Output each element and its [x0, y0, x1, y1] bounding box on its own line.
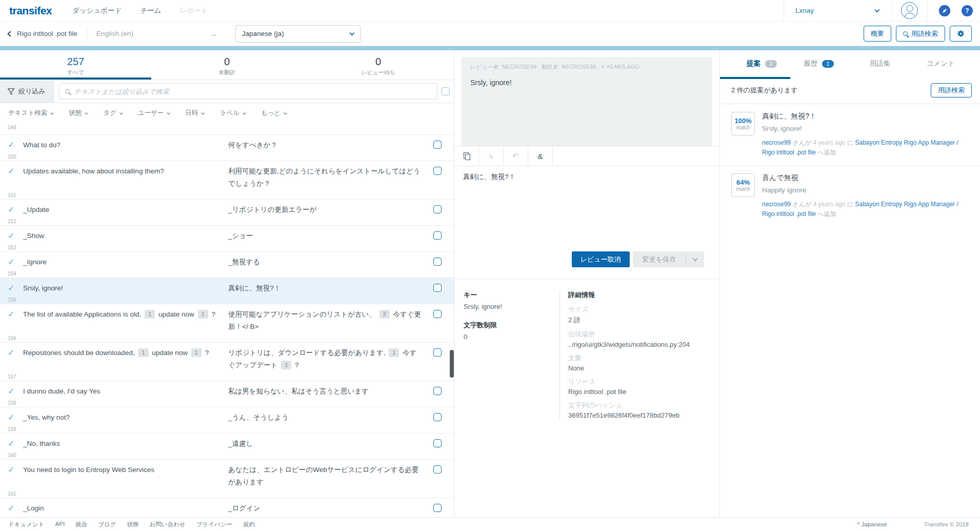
translation-progress-bar: [0, 46, 980, 50]
panel-tab[interactable]: コメント: [913, 50, 968, 79]
row-checkbox[interactable]: [433, 504, 442, 512]
reviewed-check-icon: ✓: [8, 347, 23, 371]
filter-dropdown[interactable]: テキスト検索: [8, 109, 53, 117]
glossary-search-button[interactable]: 用語検索: [896, 26, 945, 42]
panel-tab[interactable]: 履歴1: [790, 50, 847, 79]
suggestion-item[interactable]: 64% match 喜んで無視 Happily ignore necrose99…: [720, 165, 980, 227]
suggestion-body: 喜んで無視 Happily ignore necrose99 さんが 4 yea…: [762, 173, 972, 219]
footer-language-select[interactable]: ^ Japanese: [857, 521, 887, 527]
footer-link[interactable]: プライバシー: [196, 521, 232, 528]
select-all-checkbox[interactable]: [442, 87, 450, 95]
string-row[interactable]: ✓Srsly, ignore!真剣に、無視?！155: [0, 278, 454, 304]
row-checkbox[interactable]: [433, 465, 442, 474]
list-scrollbar[interactable]: [450, 350, 454, 378]
save-options-button[interactable]: [686, 251, 704, 267]
detail-label: 文字列のハッシュ: [568, 401, 712, 410]
row-checkbox[interactable]: [433, 258, 442, 266]
panel-tab-label: 提案: [747, 59, 761, 68]
save-button[interactable]: 変更を保存: [633, 251, 686, 267]
undo-button[interactable]: ↶: [504, 146, 528, 166]
chevron-down-icon: [693, 256, 698, 261]
unreview-button[interactable]: レビュー取消: [572, 251, 630, 267]
string-row[interactable]: ✓You need to login to Entropy Web Servic…: [0, 460, 454, 498]
nav-item[interactable]: チーム: [140, 6, 161, 15]
settings-button[interactable]: [950, 26, 972, 42]
search-input[interactable]: [74, 88, 431, 95]
footer-link[interactable]: お問い合わせ: [149, 521, 185, 528]
translation-editor[interactable]: 真剣に、無視?！: [454, 166, 719, 248]
footer-link[interactable]: ドキュメント: [8, 521, 45, 528]
string-row[interactable]: ✓_Update_リポジトリの更新エラーが152: [0, 200, 454, 226]
row-checkbox[interactable]: [433, 205, 442, 213]
footer-link[interactable]: ブログ: [98, 521, 116, 528]
filter-dropdown[interactable]: ユーザー: [138, 109, 170, 117]
tab-unreviewed[interactable]: 0 レビュー待ち: [303, 50, 454, 80]
footer-link[interactable]: 統合: [75, 521, 87, 528]
overview-button[interactable]: 概要: [864, 26, 891, 42]
row-source-text: _Yes, why not?: [23, 411, 228, 424]
target-language-select[interactable]: Japanese (ja): [235, 25, 361, 43]
footer-link[interactable]: API: [55, 521, 65, 528]
glossary-search-button-2[interactable]: 用語検索: [931, 83, 972, 97]
filter-dropdown[interactable]: 状態: [69, 109, 88, 117]
filter-dropdown[interactable]: 日時: [185, 109, 204, 117]
community-icon[interactable]: [939, 5, 950, 16]
panel-tab[interactable]: 用語集: [856, 50, 904, 79]
user-link[interactable]: necrose99: [762, 139, 791, 146]
reviewed-check-icon: ✓: [8, 385, 23, 398]
footer-link[interactable]: 状態: [127, 521, 138, 528]
text-segment: あなたは、エントロピーのWebサービスにログインする必要があります: [228, 466, 418, 486]
tab-untranslated-count: 0: [151, 56, 303, 67]
user-link[interactable]: necrose99: [762, 201, 791, 208]
filter-button[interactable]: 絞り込み: [0, 80, 54, 103]
back-button[interactable]: Rigo intltool .pot file: [8, 30, 77, 37]
row-checkbox[interactable]: [433, 413, 442, 421]
suggestion-body: 真剣に、無視?！ Srsly, ignore! necrose99 さんが 4 …: [762, 112, 972, 157]
footer-link[interactable]: 規約: [243, 521, 255, 528]
filter-dropdown[interactable]: もっと: [261, 109, 287, 117]
transifex-logo[interactable]: transifex: [9, 5, 52, 17]
reviewed-check-icon: ✓: [8, 282, 23, 294]
special-characters-button[interactable]: &: [528, 146, 553, 166]
project-link[interactable]: Sabayon Entropy Rigo App Manager / Rigo …: [762, 201, 958, 218]
string-row[interactable]: ✓The list of available Applications is o…: [0, 304, 454, 343]
key-column: キー Srsly, ignore! 文字数制限 0: [464, 290, 559, 419]
filter-dropdown[interactable]: ラベル: [219, 109, 245, 117]
user-menu[interactable]: Lxnay: [784, 0, 891, 21]
string-row[interactable]: ✓_Ignore_無視する154: [0, 252, 454, 278]
string-row[interactable]: 149: [0, 123, 454, 135]
string-row[interactable]: ✓_Yes, why not?_うん、そうしよう159: [0, 407, 454, 434]
machine-translate-button[interactable]: ϟ: [479, 146, 504, 166]
tab-all[interactable]: 257 すべて: [0, 50, 151, 80]
string-row[interactable]: ✓_No, thanks_遠慮し160: [0, 434, 454, 460]
row-checkbox[interactable]: [433, 231, 442, 240]
string-row[interactable]: ✓What to do?何をすべきか？150: [0, 135, 454, 161]
project-link[interactable]: Sabayon Entropy Rigo App Manager / Rigo …: [762, 139, 958, 156]
tab-untranslated[interactable]: 0 未翻訳: [151, 50, 303, 80]
avatar-cell[interactable]: [891, 0, 928, 21]
row-checkbox[interactable]: [433, 167, 442, 175]
row-checkbox[interactable]: [433, 387, 442, 395]
text-segment: 何をすべきか？: [228, 141, 277, 149]
row-checkbox[interactable]: [433, 439, 442, 447]
copy-source-button[interactable]: [454, 146, 479, 166]
row-checkbox[interactable]: [433, 348, 442, 357]
panel-tab[interactable]: 提案2: [720, 50, 790, 79]
suggestion-source: Happily ignore: [762, 186, 972, 194]
string-row[interactable]: ✓_Login_ログイン162: [0, 498, 454, 517]
row-checkbox[interactable]: [433, 284, 442, 292]
text-segment: 真剣に、無視?！: [228, 284, 281, 292]
filter-dropdown[interactable]: タグ: [103, 109, 123, 117]
string-row[interactable]: ✓_Show_ショー153: [0, 226, 454, 252]
string-row[interactable]: ✓Repositories should be downloaded, 1 up…: [0, 343, 454, 381]
target-language-value: Japanese (ja): [242, 30, 284, 37]
nav-item[interactable]: レポート: [180, 6, 208, 15]
row-checkbox[interactable]: [433, 310, 442, 318]
text-segment: You need to login to Entropy Web Service…: [23, 466, 154, 474]
row-checkbox[interactable]: [433, 141, 442, 149]
help-icon[interactable]: ?: [962, 5, 973, 16]
string-row[interactable]: ✓Updates available, how about installing…: [0, 161, 454, 200]
nav-item[interactable]: ダッシュボード: [72, 6, 122, 15]
string-row[interactable]: ✓I dunno dude, I'd say Yes私は男を知らない、私はそう言…: [0, 381, 454, 407]
suggestion-item[interactable]: 100% match 真剣に、無視?！ Srsly, ignore! necro…: [720, 104, 980, 165]
